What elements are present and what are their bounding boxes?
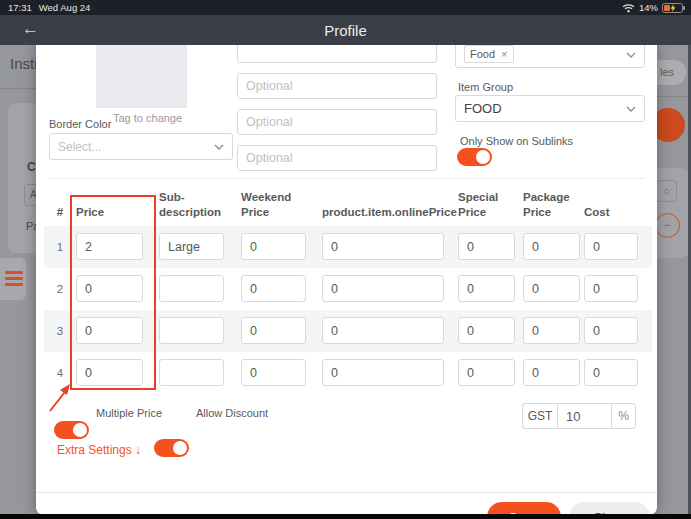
backdrop-divider	[0, 88, 36, 89]
item-group-value: FOOD	[464, 101, 502, 116]
category-multiselect[interactable]: Food ×	[455, 45, 645, 68]
online-input[interactable]	[322, 317, 444, 344]
package-input[interactable]	[523, 275, 580, 302]
product-image-placeholder[interactable]	[96, 45, 187, 108]
special-input[interactable]	[458, 275, 515, 302]
image-caption: Tag to change	[113, 112, 182, 124]
col-header-subdescription: Sub-description	[159, 190, 231, 221]
chevron-down-icon	[214, 144, 224, 150]
gst-label: GST	[522, 403, 557, 429]
price-input[interactable]	[76, 317, 143, 344]
multiple-price-toggle[interactable]	[54, 421, 89, 439]
cost-input[interactable]	[584, 317, 638, 344]
table-row: 2	[44, 268, 652, 310]
annotation-arrow	[44, 378, 76, 414]
col-header-cost: Cost	[584, 205, 624, 221]
border-color-select[interactable]: Select...	[49, 133, 233, 160]
category-tag-label: Food	[470, 48, 495, 60]
optional-input-3[interactable]	[237, 145, 437, 171]
wifi-icon	[622, 3, 635, 13]
cost-input[interactable]	[584, 233, 638, 260]
status-date: Wed Aug 24	[39, 2, 91, 13]
chevron-down-icon	[626, 52, 636, 58]
product-edit-modal: Tag to change Border Color Select... Foo…	[36, 45, 657, 515]
sublinks-toggle[interactable]	[457, 148, 492, 166]
weekend-input[interactable]	[241, 233, 306, 260]
section-divider	[48, 178, 645, 179]
sublinks-toggle-label: Only Show on Sublinks	[460, 135, 573, 147]
gst-group: GST %	[522, 403, 636, 429]
battery-charging-icon	[662, 3, 683, 13]
tag-remove-icon[interactable]: ×	[501, 48, 507, 60]
weekend-input[interactable]	[241, 317, 306, 344]
row-number: 3	[48, 310, 72, 352]
optional-input-2[interactable]	[237, 109, 437, 135]
backdrop-ring-icon: −	[655, 213, 680, 238]
backdrop-divider-right	[657, 96, 688, 97]
col-header-price: Price	[76, 205, 143, 221]
name-input[interactable]	[237, 45, 437, 63]
subdesc-input[interactable]	[159, 275, 224, 302]
category-tag: Food ×	[464, 45, 514, 63]
item-group-select[interactable]: FOOD	[455, 95, 645, 122]
gst-suffix: %	[612, 403, 636, 429]
subdesc-input[interactable]	[159, 317, 224, 344]
allow-discount-toggle[interactable]	[154, 439, 189, 457]
online-input[interactable]	[322, 275, 444, 302]
gst-input[interactable]	[557, 403, 612, 429]
price-table-header: # Price Sub-description Weekend Price pr…	[44, 184, 652, 226]
col-header-weekend-price: Weekend Price	[241, 190, 301, 221]
chevron-down-icon	[626, 106, 636, 112]
backdrop-glyph-box: ○	[656, 180, 677, 202]
border-color-label: Border Color	[49, 118, 111, 130]
screen: 17:31 Wed Aug 24 14% ← Profile Instr C A	[0, 0, 691, 519]
nav-bar: ← Profile	[0, 15, 691, 45]
col-header-special-price: Special Price	[458, 190, 508, 221]
col-header-online-price: product.item.onlinePrice	[322, 205, 472, 221]
subdesc-input[interactable]	[159, 233, 224, 260]
battery-percent: 14%	[639, 2, 658, 13]
border-color-placeholder: Select...	[58, 140, 101, 154]
table-row: 1	[44, 226, 652, 268]
special-input[interactable]	[458, 233, 515, 260]
weekend-input[interactable]	[241, 359, 306, 386]
status-time: 17:31	[8, 2, 32, 13]
cost-input[interactable]	[584, 275, 638, 302]
row-number: 1	[48, 226, 72, 268]
package-input[interactable]	[523, 317, 580, 344]
online-input[interactable]	[322, 359, 444, 386]
package-input[interactable]	[523, 233, 580, 260]
extra-settings-link[interactable]: Extra Settings ↓	[57, 443, 141, 457]
footer-divider	[36, 492, 657, 493]
table-row: 3	[44, 310, 652, 352]
menu-tab[interactable]	[0, 258, 26, 300]
price-input[interactable]	[76, 359, 143, 386]
subdesc-input[interactable]	[159, 359, 224, 386]
backdrop-left-heading: Instr	[10, 55, 39, 72]
package-input[interactable]	[523, 359, 580, 386]
hamburger-icon	[5, 271, 23, 274]
multiple-price-label: Multiple Price	[96, 407, 162, 419]
screen-bottom-edge	[0, 514, 691, 519]
backdrop-fragment-c: C	[27, 160, 36, 174]
special-input[interactable]	[458, 317, 515, 344]
status-bar: 17:31 Wed Aug 24 14%	[0, 0, 691, 15]
allow-discount-label: Allow Discount	[196, 407, 268, 419]
page-title: Profile	[0, 22, 691, 39]
special-input[interactable]	[458, 359, 515, 386]
col-header-num: #	[48, 205, 72, 221]
price-input[interactable]	[76, 233, 143, 260]
row-number: 2	[48, 268, 72, 310]
online-input[interactable]	[322, 233, 444, 260]
price-input[interactable]	[76, 275, 143, 302]
item-group-label: Item Group	[458, 81, 513, 93]
optional-input-1[interactable]	[237, 73, 437, 99]
weekend-input[interactable]	[241, 275, 306, 302]
col-header-package-price: Package Price	[523, 190, 581, 221]
table-row: 4	[44, 352, 652, 394]
cost-input[interactable]	[584, 359, 638, 386]
